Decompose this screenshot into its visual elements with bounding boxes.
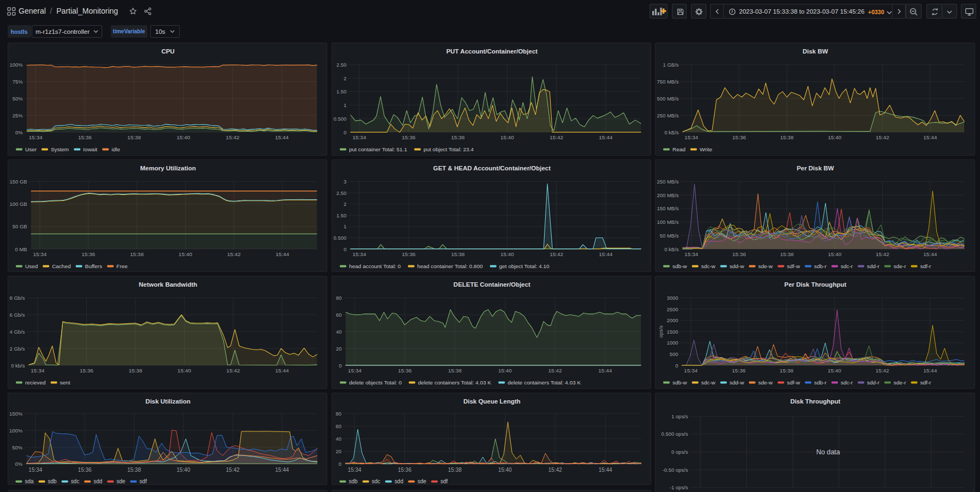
svg-text:Per Disk Throughput: Per Disk Throughput	[784, 281, 847, 288]
svg-text:50%: 50%	[12, 444, 23, 450]
svg-text:15:44: 15:44	[599, 134, 612, 140]
svg-text:15:36: 15:36	[402, 251, 415, 257]
svg-text:15:38: 15:38	[127, 467, 141, 473]
svg-text:Disk Throughput: Disk Throughput	[790, 398, 841, 404]
svg-text:50 GB: 50 GB	[13, 223, 27, 229]
svg-text:15:34: 15:34	[352, 251, 366, 257]
svg-text:15:44: 15:44	[275, 251, 289, 257]
svg-text:sdc: sdc	[71, 478, 80, 484]
svg-text:1.50: 1.50	[336, 88, 346, 94]
svg-text:15:42: 15:42	[226, 134, 239, 140]
svg-text:80: 80	[335, 411, 341, 417]
svg-text:GET & HEAD Account/Container/O: GET & HEAD Account/Container/Object	[433, 164, 551, 171]
svg-text:80: 80	[336, 295, 342, 301]
svg-text:-1 ops/s: -1 ops/s	[670, 484, 688, 490]
svg-text:2: 2	[344, 75, 346, 81]
svg-text:100%: 100%	[10, 62, 23, 68]
svg-text:sde-w: sde-w	[758, 380, 773, 386]
svg-text:15:40: 15:40	[500, 134, 514, 140]
svg-text:15:42: 15:42	[226, 467, 240, 473]
svg-text:0%: 0%	[15, 129, 23, 135]
svg-text:15:36: 15:36	[80, 367, 93, 374]
svg-text:1000: 1000	[667, 340, 678, 346]
svg-text:750 MB/s: 750 MB/s	[657, 79, 679, 85]
svg-text:500 MB/s: 500 MB/s	[657, 96, 679, 102]
svg-text:8 Gb/s: 8 Gb/s	[10, 295, 25, 301]
svg-text:System: System	[51, 146, 69, 152]
svg-text:CPU: CPU	[161, 48, 174, 55]
svg-text:0.500 ops/s: 0.500 ops/s	[662, 431, 688, 437]
svg-text:15:36: 15:36	[78, 134, 92, 140]
svg-text:15:36: 15:36	[398, 467, 411, 473]
svg-text:1 GB/s: 1 GB/s	[663, 62, 679, 68]
svg-text:sdc-r: sdc-r	[841, 263, 853, 269]
svg-text:sdc-r: sdc-r	[841, 380, 853, 386]
svg-text:15:44: 15:44	[275, 367, 289, 374]
svg-text:Buffers: Buffers	[85, 263, 102, 269]
svg-text:delete objects Total: 0: delete objects Total: 0	[349, 380, 402, 386]
svg-text:500: 500	[670, 351, 678, 357]
svg-text:0: 0	[676, 363, 678, 369]
svg-text:15:38: 15:38	[448, 367, 462, 374]
svg-text:15:34: 15:34	[684, 134, 698, 140]
svg-text:sdb-w: sdb-w	[672, 263, 687, 269]
svg-text:15:38: 15:38	[451, 251, 464, 257]
svg-text:sdf-w: sdf-w	[787, 380, 801, 386]
svg-text:PUT Account/Container/Object: PUT Account/Container/Object	[446, 48, 538, 55]
svg-text:sdd-w: sdd-w	[730, 263, 745, 269]
svg-text:Network Bandwidth: Network Bandwidth	[139, 281, 197, 288]
svg-text:get object Total: 4.10: get object Total: 4.10	[499, 263, 549, 269]
svg-text:sdf: sdf	[440, 478, 448, 484]
svg-text:sdf-r: sdf-r	[920, 380, 932, 386]
svg-text:100 GB: 100 GB	[10, 201, 27, 207]
svg-text:50 MB/s: 50 MB/s	[660, 232, 679, 238]
svg-text:15:40: 15:40	[176, 467, 190, 473]
svg-text:0: 0	[339, 363, 341, 369]
svg-text:0.500: 0.500	[333, 116, 346, 122]
svg-text:15:38: 15:38	[128, 367, 142, 374]
svg-text:0: 0	[344, 129, 346, 135]
svg-text:15:40: 15:40	[828, 251, 842, 257]
svg-text:15:44: 15:44	[924, 251, 937, 257]
svg-text:15:38: 15:38	[130, 251, 144, 257]
svg-text:200 MB/s: 200 MB/s	[657, 192, 679, 198]
svg-text:15:42: 15:42	[550, 134, 563, 140]
svg-text:15:38: 15:38	[780, 367, 794, 374]
svg-text:1: 1	[344, 102, 346, 108]
svg-text:15:36: 15:36	[402, 134, 415, 140]
svg-text:Memory Utilization: Memory Utilization	[140, 164, 196, 171]
svg-text:15:34: 15:34	[29, 134, 43, 140]
svg-text:DELETE Container/Object: DELETE Container/Object	[453, 281, 530, 288]
svg-text:sdc: sdc	[371, 478, 380, 484]
svg-text:4 Gb/s: 4 Gb/s	[10, 329, 25, 335]
svg-text:15:44: 15:44	[924, 367, 937, 374]
svg-text:2.50: 2.50	[336, 62, 346, 68]
svg-text:50%: 50%	[13, 96, 23, 102]
svg-text:sdd: sdd	[394, 478, 403, 484]
svg-text:15:40: 15:40	[828, 134, 842, 140]
svg-text:sda: sda	[25, 478, 34, 484]
svg-text:User: User	[25, 146, 37, 152]
svg-text:Disk BW: Disk BW	[803, 48, 829, 55]
svg-text:25%: 25%	[13, 112, 23, 118]
svg-text:sent: sent	[60, 380, 70, 386]
svg-text:sdb-r: sdb-r	[814, 380, 827, 386]
svg-text:15:42: 15:42	[876, 251, 889, 257]
svg-text:60: 60	[336, 312, 342, 318]
svg-text:Iowait: Iowait	[83, 146, 97, 152]
svg-text:15:44: 15:44	[275, 467, 289, 473]
svg-text:1: 1	[344, 223, 346, 229]
svg-text:Cached: Cached	[52, 263, 70, 269]
svg-text:15:34: 15:34	[28, 467, 42, 473]
svg-text:15:40: 15:40	[498, 367, 511, 374]
svg-text:delete containers Total: 4.03: delete containers Total: 4.03 K	[418, 380, 491, 386]
svg-text:0: 0	[338, 461, 341, 467]
svg-text:1 ops/s: 1 ops/s	[671, 413, 688, 419]
svg-text:15:40: 15:40	[500, 251, 514, 257]
svg-text:0 ops/s: 0 ops/s	[671, 449, 688, 455]
svg-text:15:36: 15:36	[733, 134, 746, 140]
svg-text:3: 3	[344, 178, 346, 184]
svg-text:sde-r: sde-r	[894, 263, 906, 269]
svg-text:15:40: 15:40	[828, 367, 841, 374]
svg-text:40: 40	[335, 436, 341, 442]
